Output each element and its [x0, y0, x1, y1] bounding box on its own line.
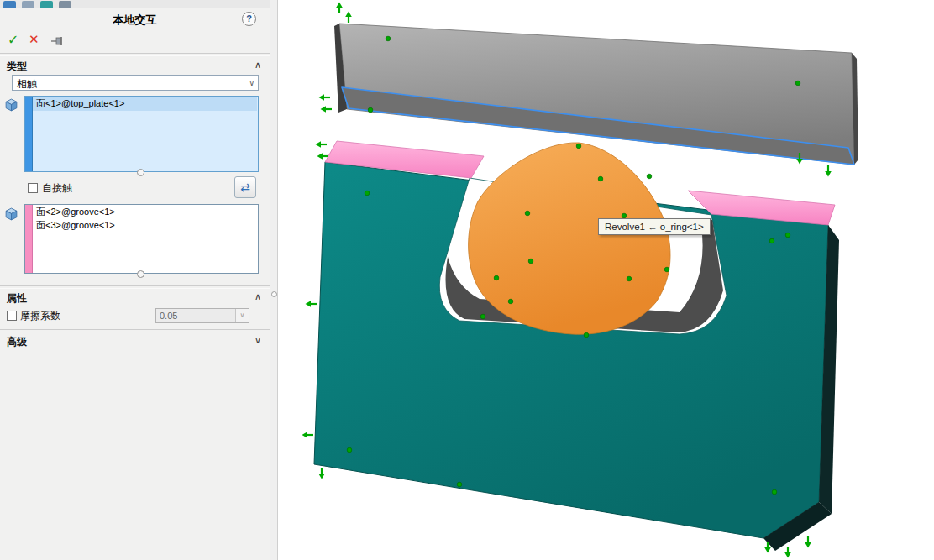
dropdown-arrow-icon: ∨	[235, 309, 249, 322]
face-selection-cube-icon	[4, 98, 18, 113]
face-selection-cube-icon	[4, 207, 18, 222]
swap-faces-button[interactable]: ⇄	[234, 176, 256, 198]
dropdown-arrow-icon: ∨	[249, 79, 254, 87]
friction-label: 摩擦系数	[20, 309, 60, 323]
friction-input[interactable]	[156, 309, 237, 322]
divider	[0, 53, 270, 56]
ok-button[interactable]: ✓	[8, 32, 18, 48]
self-contact-checkbox[interactable]	[28, 183, 38, 193]
property-manager-panel: 本地交互 ? ✓ ✕ 类型 ∧ 相触 ∨ 面<1>@top_pla	[0, 0, 270, 560]
type-section-label: 类型	[7, 60, 27, 74]
panel-action-row: ✓ ✕	[0, 30, 270, 52]
selection-box-resize-handle[interactable]	[137, 169, 144, 176]
properties-section-label: 属性	[7, 291, 27, 306]
pin-icon	[50, 34, 64, 48]
collapse-chevron-icon[interactable]: ∧	[254, 60, 261, 71]
self-contact-label: 自接触	[42, 181, 72, 196]
3d-scene[interactable]	[278, 0, 934, 560]
o-ring-body[interactable]	[469, 143, 670, 334]
set2-color-stripe	[25, 205, 33, 273]
pin-button[interactable]	[50, 34, 64, 48]
panel-titlebar: 本地交互 ?	[0, 8, 270, 29]
section-header-type[interactable]: 类型 ∧	[0, 57, 270, 74]
panel-splitter[interactable]	[270, 0, 278, 560]
help-icon[interactable]: ?	[242, 12, 256, 26]
splitter-handle[interactable]	[271, 291, 277, 297]
selection-item[interactable]: 面<1>@top_plate<1>	[33, 97, 257, 111]
pm-tab-icon-2[interactable]	[22, 1, 34, 8]
section-header-advanced[interactable]: 高级 ∨	[0, 332, 270, 349]
hover-tooltip: Revolve1 ← o_ring<1>	[598, 218, 711, 235]
friction-value-combo[interactable]: ∨	[155, 308, 249, 323]
selection-list-set2[interactable]: 面<2>@groove<1> 面<3>@groove<1>	[24, 204, 259, 274]
selection-box-resize-handle[interactable]	[137, 270, 144, 278]
contact-type-value: 相触	[17, 77, 37, 92]
friction-checkbox[interactable]	[7, 311, 17, 321]
cancel-button[interactable]: ✕	[29, 32, 39, 47]
selection-item[interactable]: 面<3>@groove<1>	[33, 219, 257, 233]
contact-type-dropdown[interactable]: 相触 ∨	[12, 75, 259, 91]
swap-contact-faces-icon: ⇄	[240, 181, 250, 194]
selection-list-set1[interactable]: 面<1>@top_plate<1>	[24, 96, 259, 172]
selection-item[interactable]: 面<2>@groove<1>	[33, 206, 257, 219]
advanced-section-label: 高级	[7, 335, 27, 349]
set1-color-stripe	[25, 97, 33, 171]
pm-tab-icon-3[interactable]	[40, 1, 53, 8]
section-header-properties[interactable]: 属性 ∧	[0, 289, 270, 306]
pm-tab-icon-4[interactable]	[59, 1, 71, 8]
expand-chevron-icon[interactable]: ∨	[254, 335, 261, 346]
panel-title: 本地交互	[0, 13, 270, 28]
pm-tab-icon-1[interactable]	[3, 1, 16, 8]
graphics-viewport[interactable]: Revolve1 ← o_ring<1>	[278, 0, 934, 560]
collapse-chevron-icon[interactable]: ∧	[254, 291, 261, 302]
